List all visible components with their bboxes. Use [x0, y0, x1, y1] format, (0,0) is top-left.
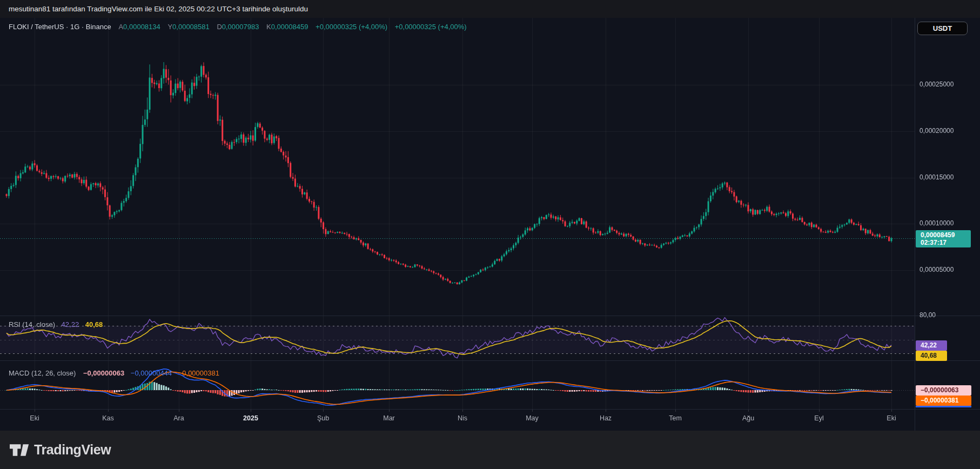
macd-histogram-value: −0,00000063	[83, 369, 124, 377]
time-axis-label: Kas	[102, 414, 114, 422]
symbol-legend: FLOKI / TetherUS · 1G · Binance A0,00008…	[9, 23, 467, 31]
attribution-text: mesutinan81 tarafından TradingView.com i…	[9, 5, 308, 13]
high-value: 0,00008581	[172, 23, 210, 31]
price-axis-tick: 0,00020000	[919, 127, 954, 135]
macd-histogram-badge: −0,00000063	[916, 385, 971, 396]
footer-bar: TradingView	[0, 431, 980, 469]
tradingview-logo-text: TradingView	[34, 442, 111, 458]
rsi-axis-tick: 80,00	[919, 311, 936, 319]
time-axis-label: 2025	[243, 414, 258, 422]
rsi-ma-value-badge: 40,68	[916, 351, 947, 361]
time-axis-label: Eyl	[814, 414, 823, 422]
price-axis-tick: 0,00025000	[919, 81, 954, 88]
macd-line-value: −0,00000444	[131, 369, 172, 377]
high-label: Y	[167, 23, 172, 31]
macd-signal-badge: −0,00000381	[916, 396, 971, 406]
close-value: 0,00008459	[271, 23, 308, 31]
macd-pane-canvas[interactable]	[0, 361, 915, 410]
time-axis-label: May	[526, 414, 539, 422]
macd-title[interactable]: MACD (12, 26, close)	[9, 369, 76, 377]
time-axis-tickmark	[179, 410, 179, 412]
time-axis-tickmark	[108, 410, 109, 412]
price-axis[interactable]: USDT 0,00008459 02:37:17 80,00 42,22 40,…	[915, 18, 980, 431]
time-axis-label: Şub	[317, 414, 329, 422]
time-axis-tickmark	[748, 410, 749, 412]
pane-separator[interactable]	[0, 316, 980, 316]
time-axis-label: Ağu	[742, 414, 754, 422]
time-axis-tickmark	[675, 410, 676, 412]
time-axis-tickmark	[606, 410, 606, 412]
time-axis[interactable]: EkiKasAra2025ŞubMarNisMayHazTemAğuEylEki	[0, 410, 915, 431]
price-chart-canvas[interactable]	[0, 18, 915, 316]
macd-signal-value: −0,00000381	[178, 369, 219, 377]
time-axis-label: Ara	[173, 414, 184, 422]
pane-separator[interactable]	[0, 360, 980, 361]
last-price-badge: 0,00008459 02:37:17	[916, 230, 971, 247]
time-axis-tickmark	[819, 410, 820, 412]
rsi-value: 42,22	[62, 320, 79, 329]
currency-toggle-button[interactable]: USDT	[917, 22, 968, 35]
macd-legend: MACD (12, 26, close) −0,00000063 −0,0000…	[9, 369, 219, 377]
time-axis-tickmark	[389, 410, 390, 412]
time-axis-tickmark	[532, 410, 533, 412]
low-label: D	[217, 23, 221, 31]
price-axis-tick: 0,00010000	[919, 219, 954, 227]
time-axis-label: Tem	[669, 414, 682, 422]
open-label: A	[118, 23, 123, 31]
time-axis-tickmark	[462, 410, 463, 412]
price-axis-tick: 0,00015000	[919, 173, 954, 181]
macd-line-badge-edge	[916, 406, 971, 407]
price-axis-tick: 0,00005000	[919, 266, 954, 273]
bar-countdown: 02:37:17	[921, 239, 971, 246]
rsi-title[interactable]: RSI (14, close)	[9, 320, 55, 329]
rsi-legend: RSI (14, close) 42,22 40,68	[9, 320, 103, 329]
change-value: +0,00000325 (+4,00%)	[316, 23, 387, 31]
low-value: 0,00007983	[222, 23, 259, 31]
tradingview-logo-icon	[10, 443, 29, 458]
last-price-value: 0,00008459	[921, 231, 971, 239]
rsi-value-badge: 42,22	[916, 340, 947, 351]
symbol-title[interactable]: FLOKI / TetherUS · 1G · Binance	[9, 23, 111, 31]
attribution-bar: mesutinan81 tarafından TradingView.com i…	[0, 0, 980, 18]
time-axis-tickmark	[35, 410, 35, 412]
time-axis-tickmark	[251, 410, 251, 412]
time-axis-label: Mar	[383, 414, 395, 422]
time-axis-tickmark	[323, 410, 324, 412]
change-value-2: +0,00000325 (+4,00%)	[395, 23, 467, 31]
time-axis-label: Nis	[458, 414, 467, 422]
rsi-pane-canvas[interactable]	[0, 316, 915, 361]
time-axis-label: Eki	[30, 414, 39, 422]
chart-region: FLOKI / TetherUS · 1G · Binance A0,00008…	[0, 18, 980, 431]
rsi-ma-value: 40,68	[85, 320, 103, 329]
close-label: K	[266, 23, 271, 31]
time-axis-tickmark	[891, 410, 892, 412]
open-value: 0,00008134	[123, 23, 160, 31]
time-axis-label: Eki	[887, 414, 896, 422]
time-axis-label: Haz	[600, 414, 612, 422]
tradingview-logo[interactable]: TradingView	[10, 442, 111, 458]
